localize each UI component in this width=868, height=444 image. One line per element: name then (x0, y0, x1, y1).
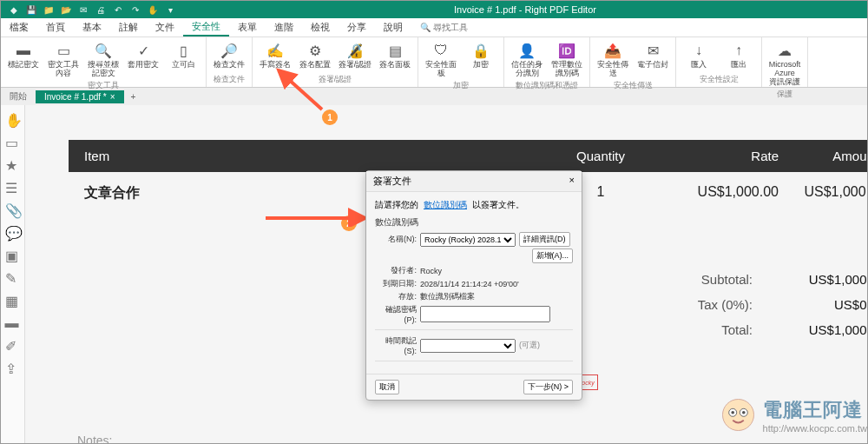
azure-button[interactable]: ☁Microsoft Azure資訊保護 (766, 39, 804, 89)
encrypt-button[interactable]: 🔒加密 (462, 39, 500, 80)
dialog-close-icon[interactable]: × (569, 175, 575, 188)
save-icon[interactable]: 💾 (25, 3, 37, 16)
sign-panel-button[interactable]: ▤簽名面板 (376, 39, 414, 71)
security-panel-button[interactable]: 🛡安全性面板 (422, 39, 460, 80)
mascot-icon (719, 395, 758, 434)
start-tab[interactable]: 開始 (1, 89, 36, 104)
group-label: 簽署/認證 (319, 74, 352, 85)
invoice-header: Item Quantity Rate Amount (69, 140, 867, 172)
import-icon: ↓ (689, 41, 708, 60)
callout-1: 1 (322, 109, 338, 125)
group-label: 保護 (777, 89, 792, 100)
sign-config-icon: ⚙ (306, 41, 325, 60)
hand-icon[interactable]: ✋ (5, 112, 21, 128)
trusted-id-icon: 👤 (517, 41, 536, 60)
details-button[interactable]: 詳細資訊(D) (519, 232, 570, 247)
undo-icon[interactable]: ↶ (112, 3, 124, 16)
password-input[interactable] (420, 306, 550, 322)
email-proof-button[interactable]: ✉電子信封 (634, 39, 672, 80)
folder-icon[interactable]: 📁 (43, 3, 55, 16)
redact-icon[interactable]: ▬ (5, 315, 21, 331)
stamp-icon[interactable]: ▣ (5, 248, 21, 263)
tool-search-input[interactable] (433, 23, 485, 32)
more-icon[interactable]: ▾ (164, 3, 176, 16)
ribbon-group: 📤安全性傳送✉電子信封安全性傳送 (590, 37, 676, 87)
col-item: Item (84, 149, 553, 163)
apply-redact-button[interactable]: ✓套用密文 (124, 39, 162, 80)
ribbon-group: ↓匯入↑匯出安全性設定 (676, 37, 762, 87)
add-button[interactable]: 新增(A)... (532, 249, 574, 263)
sign-config-button[interactable]: ⚙簽名配置 (296, 39, 334, 71)
mark-redact-icon: ▬ (14, 41, 33, 60)
manage-digital-id-button[interactable]: 🆔管理數位識別碼 (548, 39, 586, 80)
add-tab-icon[interactable]: + (124, 90, 143, 103)
print-icon[interactable]: 🖨 (95, 3, 107, 16)
hand-icon[interactable]: ✋ (147, 3, 159, 16)
menu-form[interactable]: 表單 (229, 18, 266, 36)
menu-bar: 檔案 首頁 基本 註解 文件 安全性 表單 進階 檢視 分享 說明 🔍 (1, 18, 867, 37)
doc-tab[interactable]: Invoice # 1.pdf *× (36, 90, 124, 103)
sign-document-dialog: 簽署文件 × 請選擇您的 數位識別碼 以簽署文件。 數位識別碼 名稱(N): R… (365, 170, 582, 401)
svg-point-6 (742, 411, 746, 414)
menu-basic[interactable]: 基本 (74, 18, 110, 36)
share-icon[interactable]: ⇪ (5, 361, 21, 376)
name-select[interactable]: Rocky (Rocky) 2028.11.14 (420, 233, 516, 247)
export-button[interactable]: ↑匯出 (720, 39, 758, 71)
encrypt-icon: 🔒 (471, 41, 490, 60)
inspect-doc-button[interactable]: 🔎檢查文件 (210, 39, 248, 71)
mark-redact-button[interactable]: ▬標記密文 (4, 39, 43, 80)
sign-cert-icon: 🔏 (345, 41, 365, 60)
cancel-button[interactable]: 取消 (375, 380, 399, 394)
timestamp-select[interactable] (420, 339, 516, 353)
menu-home[interactable]: 首頁 (37, 18, 74, 36)
section-header: 數位識別碼 (375, 216, 573, 229)
col-rate: Rate (648, 149, 779, 163)
sign-cert-button[interactable]: 🔏簽署/認證 (336, 39, 374, 71)
secure-send-button[interactable]: 📤安全性傳送 (594, 39, 632, 80)
redact-content-icon: ▭ (54, 41, 73, 60)
list-icon[interactable]: ☰ (5, 180, 21, 195)
group-label: 加密 (453, 80, 469, 91)
whiteout-icon: ▯ (174, 41, 193, 60)
tool-search[interactable]: 🔍 (420, 23, 485, 32)
menu-help[interactable]: 說明 (375, 18, 411, 36)
bookmark-icon[interactable]: ★ (5, 157, 21, 173)
menu-advanced[interactable]: 進階 (266, 18, 302, 36)
redact-content-button[interactable]: ▭密文工具內容 (44, 39, 82, 80)
redo-icon[interactable]: ↷ (129, 3, 141, 16)
trusted-id-button[interactable]: 👤信任的身分識別 (508, 39, 546, 80)
hand-sign-button[interactable]: ✍手寫簽名 (256, 39, 294, 71)
menu-file[interactable]: 檔案 (1, 18, 37, 36)
open-icon[interactable]: 📂 (60, 3, 72, 16)
comment-icon[interactable]: 💬 (5, 225, 21, 241)
close-tab-icon[interactable]: × (110, 92, 115, 102)
menu-share[interactable]: 分享 (339, 18, 375, 36)
signature-icon[interactable]: ✎ (5, 270, 21, 286)
email-icon[interactable]: ✉ (77, 3, 89, 16)
attachment-icon[interactable]: 📎 (5, 202, 21, 218)
whiteout-button[interactable]: ▯立可白 (164, 39, 202, 80)
search-mark-button[interactable]: 🔍搜尋並標記密文 (84, 39, 122, 80)
menu-view[interactable]: 檢視 (302, 18, 339, 36)
layers-icon[interactable]: ▦ (5, 293, 21, 308)
ribbon-group: 🔎檢查文件檢查文件 (207, 37, 253, 87)
sign-panel-icon: ▤ (385, 41, 404, 60)
menu-document[interactable]: 文件 (147, 18, 183, 36)
menu-security[interactable]: 安全性 (183, 18, 229, 36)
app-icon[interactable]: ◆ (8, 3, 20, 16)
ribbon-group: ▬標記密文▭密文工具內容🔍搜尋並標記密文✓套用密文▯立可白密文工具 (1, 37, 207, 87)
group-label: 數位識別碼和憑證 (516, 80, 578, 91)
import-button[interactable]: ↓匯入 (680, 39, 718, 71)
window-title: Invoice # 1.pdf - Right PDF Editor (183, 4, 867, 15)
ribbon-group: 🛡安全性面板🔒加密加密 (418, 37, 504, 87)
col-qty: Quantity (553, 149, 648, 163)
edit-icon[interactable]: ✐ (5, 338, 21, 354)
name-label: 名稱(N): (375, 234, 417, 245)
digital-id-link[interactable]: 數位識別碼 (424, 199, 467, 211)
menu-annotate[interactable]: 註解 (110, 18, 147, 36)
storage-label: 存放: (375, 291, 417, 302)
watermark: 電腦王阿達 http://www.kocpc.com.tw (719, 395, 867, 434)
pointer-icon[interactable]: ▭ (5, 135, 21, 150)
email-proof-icon: ✉ (643, 41, 662, 60)
next-button[interactable]: 下一步(N) > (523, 380, 573, 394)
